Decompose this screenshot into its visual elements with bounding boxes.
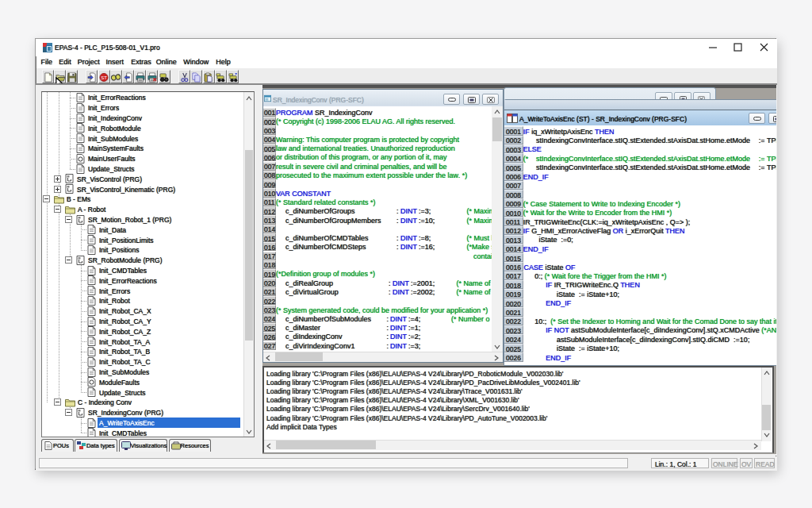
svg-text:ST: ST — [101, 75, 107, 79]
